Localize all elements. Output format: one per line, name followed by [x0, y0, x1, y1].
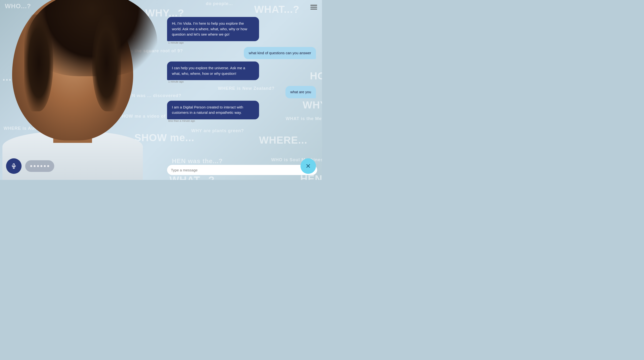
message-row-user: what kind of questions can you answer — [167, 47, 316, 59]
close-icon: ✕ — [306, 162, 311, 170]
viola-message: Hi, I'm Viola. I'm here to help you expl… — [167, 17, 259, 41]
close-button[interactable]: ✕ — [300, 158, 316, 174]
dot-5 — [44, 165, 46, 167]
viola-message: I can help you explore the universe. Ask… — [167, 62, 259, 80]
dot-1 — [30, 165, 32, 167]
user-message: what are you — [286, 86, 316, 98]
message-timestamp: less than a minute ago — [167, 119, 195, 122]
user-message: what kind of questions can you answer — [244, 47, 316, 59]
avatar-hair-right — [92, 14, 121, 111]
dot-6 — [47, 165, 49, 167]
input-area — [167, 165, 317, 175]
avatar-head — [12, 0, 133, 140]
avatar-hair-left — [24, 14, 53, 111]
dot-2 — [34, 165, 36, 167]
messages-container: Hi, I'm Viola. I'm here to help you expl… — [167, 5, 317, 162]
avatar-figure — [0, 0, 167, 180]
menu-line-1 — [310, 5, 317, 6]
svg-rect-2 — [13, 164, 14, 166]
message-timestamp: 1 minute ago — [167, 41, 184, 44]
dots-button[interactable] — [25, 160, 54, 172]
message-row-user: what are you — [167, 86, 316, 98]
chat-panel: Hi, I'm Viola. I'm here to help you expl… — [162, 0, 322, 180]
mic-icon — [11, 163, 17, 169]
message-input[interactable] — [171, 168, 306, 172]
hamburger-menu[interactable] — [310, 5, 317, 10]
menu-line-2 — [310, 7, 317, 8]
mic-button[interactable] — [6, 158, 22, 174]
message-row-viola: I can help you explore the universe. Ask… — [167, 62, 316, 84]
avatar-area — [0, 0, 170, 180]
viola-message: I am a Digital Person created to interac… — [167, 101, 259, 119]
bottom-controls — [6, 158, 54, 174]
menu-line-3 — [310, 9, 317, 10]
message-timestamp: 1 minute ago — [167, 80, 184, 83]
dot-3 — [37, 165, 39, 167]
message-row-viola: Hi, I'm Viola. I'm here to help you expl… — [167, 17, 316, 44]
dot-4 — [40, 165, 42, 167]
message-row-viola: I am a Digital Person created to interac… — [167, 101, 316, 123]
